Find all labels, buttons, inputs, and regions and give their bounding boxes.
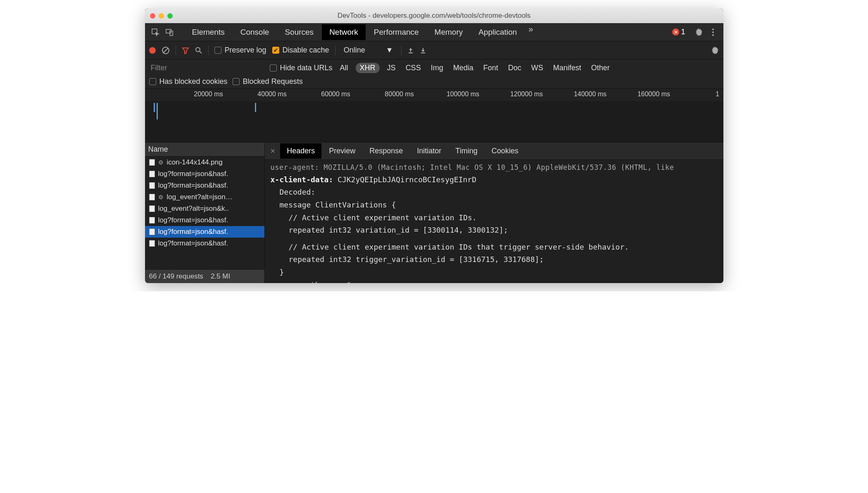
tab-elements[interactable]: Elements bbox=[185, 24, 232, 40]
user-agent-header: user-agent: MOZILLA/5.0 (Macintosh; Inte… bbox=[271, 162, 718, 174]
svg-point-9 bbox=[196, 48, 200, 52]
titlebar: DevTools - developers.google.com/web/too… bbox=[145, 8, 723, 23]
filter-input[interactable]: Filter bbox=[149, 62, 265, 74]
tab-cookies[interactable]: Cookies bbox=[485, 143, 525, 159]
filter-type-other[interactable]: Other bbox=[589, 63, 612, 73]
request-name: log_event?alt=json… bbox=[167, 193, 233, 201]
svg-point-5 bbox=[712, 31, 714, 33]
filter-type-all[interactable]: All bbox=[338, 63, 351, 73]
overview-timeline[interactable]: 20000 ms 40000 ms 60000 ms 80000 ms 1000… bbox=[145, 89, 723, 143]
request-row[interactable]: log?format=json&hasf. bbox=[145, 180, 264, 191]
transfer-size: 2.5 MI bbox=[211, 272, 230, 281]
request-name: icon-144x144.png bbox=[167, 158, 223, 167]
close-details-icon[interactable]: × bbox=[266, 146, 280, 156]
network-settings-gear-icon[interactable] bbox=[711, 46, 719, 55]
request-name: log?format=json&hasf. bbox=[158, 228, 228, 236]
proto-line: // Active client experiment variation ID… bbox=[271, 212, 718, 224]
tab-initiator[interactable]: Initiator bbox=[410, 143, 448, 159]
error-count-value: 1 bbox=[681, 28, 685, 36]
tick-label: 20000 ms bbox=[194, 91, 223, 98]
gear-icon: ⚙ bbox=[158, 159, 164, 166]
decoded-label: Decoded: bbox=[271, 186, 718, 199]
tick-label: 1 bbox=[716, 91, 719, 98]
tick-label: 120000 ms bbox=[510, 91, 543, 98]
tabs-overflow-button[interactable]: » bbox=[525, 24, 536, 40]
tick-label: 160000 ms bbox=[637, 91, 670, 98]
request-row[interactable]: ⚙log_event?alt=json… bbox=[145, 191, 264, 203]
devtools-window: DevTools - developers.google.com/web/too… bbox=[145, 8, 723, 283]
tick-label: 80000 ms bbox=[385, 91, 414, 98]
tab-response[interactable]: Response bbox=[363, 143, 409, 159]
proto-line: } bbox=[271, 266, 718, 279]
tab-application[interactable]: Application bbox=[471, 24, 524, 40]
filter-type-js[interactable]: JS bbox=[385, 63, 398, 73]
tick-label: 100000 ms bbox=[447, 91, 479, 98]
has-blocked-cookies-checkbox[interactable]: Has blocked cookies bbox=[149, 77, 228, 86]
record-button[interactable] bbox=[149, 47, 156, 54]
dropdown-arrow-icon: ▼ bbox=[386, 46, 393, 55]
tab-sources[interactable]: Sources bbox=[277, 24, 321, 40]
status-footer: 66 / 149 requests 2.5 MI bbox=[145, 269, 264, 283]
tab-console[interactable]: Console bbox=[233, 24, 277, 40]
tick-label: 60000 ms bbox=[321, 91, 350, 98]
throttling-value: Online bbox=[344, 46, 365, 55]
blocked-requests-label: Blocked Requests bbox=[243, 77, 303, 86]
filter-type-xhr[interactable]: XHR bbox=[356, 63, 380, 73]
request-row[interactable]: log?format=json&hasf. bbox=[145, 238, 264, 249]
gear-icon: ⚙ bbox=[158, 194, 164, 200]
request-name: log?format=json&hasf. bbox=[158, 239, 228, 248]
request-row[interactable]: log_event?alt=json&k.. bbox=[145, 203, 264, 214]
hide-data-urls-checkbox[interactable]: Hide data URLs bbox=[270, 64, 333, 72]
svg-rect-12 bbox=[421, 52, 425, 53]
headers-body: user-agent: MOZILLA/5.0 (Macintosh; Inte… bbox=[265, 160, 723, 283]
filter-type-manifest[interactable]: Manifest bbox=[551, 63, 584, 73]
filter-type-ws[interactable]: WS bbox=[529, 63, 546, 73]
request-details: × Headers Preview Response Initiator Tim… bbox=[265, 143, 723, 283]
throttling-select[interactable]: Online ▼ bbox=[341, 46, 396, 55]
filter-bar: Filter Hide data URLs All XHR JS CSS Img… bbox=[145, 60, 723, 89]
request-name: log?format=json&hasf. bbox=[158, 181, 228, 190]
request-count: 66 / 149 requests bbox=[149, 272, 203, 281]
filter-type-css[interactable]: CSS bbox=[403, 63, 423, 73]
filter-toggle-icon[interactable] bbox=[182, 47, 189, 54]
proto-line: repeated int32 trigger_variation_id = [3… bbox=[271, 253, 718, 266]
device-toolbar-icon[interactable] bbox=[163, 26, 176, 38]
svg-point-4 bbox=[712, 29, 714, 30]
clear-button[interactable] bbox=[162, 46, 170, 55]
settings-gear-icon[interactable] bbox=[693, 26, 705, 38]
filter-type-img[interactable]: Img bbox=[428, 63, 446, 73]
tab-network[interactable]: Network bbox=[322, 24, 366, 40]
proto-line: repeated int32 variation_id = [3300114, … bbox=[271, 224, 718, 237]
upload-har-icon[interactable] bbox=[407, 47, 414, 54]
download-har-icon[interactable] bbox=[420, 47, 426, 54]
tab-timing[interactable]: Timing bbox=[449, 143, 484, 159]
x-client-data-value: CJK2yQEIpLbJAQirncoBCIesygEInrD bbox=[338, 175, 476, 184]
disable-cache-label: Disable cache bbox=[283, 46, 329, 55]
kebab-menu-icon[interactable] bbox=[707, 26, 719, 38]
tab-headers[interactable]: Headers bbox=[280, 143, 321, 159]
filter-type-doc[interactable]: Doc bbox=[506, 63, 524, 73]
error-count-badge[interactable]: ✕ 1 bbox=[672, 28, 685, 36]
search-icon[interactable] bbox=[195, 47, 202, 54]
filter-type-font[interactable]: Font bbox=[481, 63, 501, 73]
request-row[interactable]: log?format=json&hasf. bbox=[145, 226, 264, 238]
tab-preview[interactable]: Preview bbox=[322, 143, 362, 159]
panel-tabs: Elements Console Sources Network Perform… bbox=[145, 23, 723, 41]
name-column-header[interactable]: Name bbox=[145, 143, 264, 157]
request-name: log_event?alt=json&k.. bbox=[158, 205, 229, 213]
preserve-log-checkbox[interactable]: Preserve log bbox=[214, 46, 266, 55]
inspect-element-icon[interactable] bbox=[149, 26, 162, 38]
request-row[interactable]: log?format=json&hasf. bbox=[145, 168, 264, 180]
tick-label: 140000 ms bbox=[574, 91, 606, 98]
blocked-requests-checkbox[interactable]: Blocked Requests bbox=[233, 77, 303, 86]
tab-memory[interactable]: Memory bbox=[427, 24, 471, 40]
tab-performance[interactable]: Performance bbox=[366, 24, 426, 40]
filter-type-media[interactable]: Media bbox=[451, 63, 476, 73]
disable-cache-checkbox[interactable]: ✔ Disable cache bbox=[272, 46, 329, 55]
svg-line-8 bbox=[163, 48, 168, 53]
network-content: Name ⚙icon-144x144.png log?format=json&h… bbox=[145, 143, 723, 283]
request-row[interactable]: log?format=json&hasf. bbox=[145, 214, 264, 226]
request-row[interactable]: ⚙icon-144x144.png bbox=[145, 157, 264, 168]
request-name: log?format=json&hasf. bbox=[158, 170, 228, 178]
proto-line: message ClientVariations { bbox=[271, 199, 718, 212]
